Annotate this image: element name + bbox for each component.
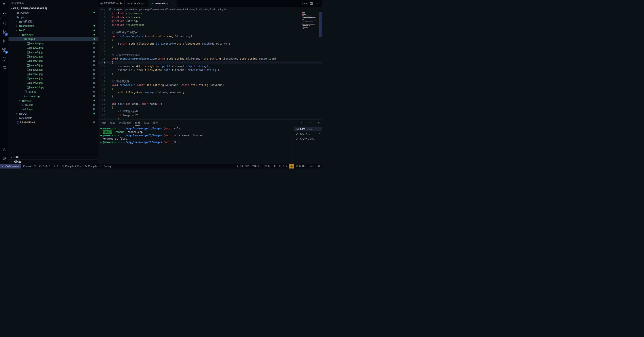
tree-item-io2.cpp[interactable]: C++io2.cppU xyxy=(8,107,98,112)
code-line-10[interactable]: 10} xyxy=(98,46,322,50)
tab-rename.cpp[interactable]: C++rename.cppU× xyxy=(149,0,177,7)
code-line-15[interactable]: 15 basename = std::filesystem::path(file… xyxy=(98,64,322,68)
terminal-tab-2[interactable]: C/C++ ...✓ xyxy=(294,131,322,136)
code-line-11[interactable]: 11 xyxy=(98,50,322,53)
notification-alert-button[interactable] xyxy=(289,164,294,169)
tree-item-IO[interactable]: ›IO xyxy=(8,28,98,33)
breadcrumb-item[interactable]: C++rename.cpp xyxy=(126,8,142,11)
editor-scrollbar-thumb[interactable] xyxy=(319,12,322,37)
compile-task-button[interactable]: Compile xyxy=(83,164,98,169)
code-line-29[interactable]: 29 { xyxy=(98,117,322,120)
split-editor-button[interactable] xyxy=(310,2,313,5)
comments-view-button[interactable] xyxy=(0,63,8,72)
breadcrumb-item[interactable]: cpp xyxy=(102,8,105,11)
encoding-button[interactable]: UTF-8 xyxy=(261,164,271,169)
code-line-5[interactable]: 5 xyxy=(98,27,322,31)
notifications-bell-button[interactable] xyxy=(316,164,322,169)
tree-item-meow7.jpg[interactable]: meow7.jpgU xyxy=(8,72,98,77)
tree-item-template[interactable]: ›template xyxy=(8,116,98,121)
tree-item-meow9.jpg[interactable]: meow9.jpgU xyxy=(8,81,98,85)
close-tab-icon[interactable]: × xyxy=(173,2,175,5)
terminal-tab-3[interactable]: C/C++ Com... xyxy=(294,136,322,141)
run-dropdown-chevron-icon[interactable]: › xyxy=(306,3,308,4)
tree-item-meow3.jpg[interactable]: meow3.jpgU xyxy=(8,55,98,59)
tree-item-io1.cpp[interactable]: C++io1.cppU xyxy=(8,103,98,107)
code-line-27[interactable]: 27 // 检查输入参数 xyxy=(98,110,322,113)
tree-item-.vscode[interactable]: ›.vscode xyxy=(8,11,98,15)
code-line-2[interactable]: 2#include <fstream> xyxy=(98,16,322,20)
code-line-4[interactable]: 4#include <filesystem> xyxy=(98,23,322,27)
terminal-profile-chevron-icon[interactable]: › xyxy=(304,122,307,123)
accounts-button[interactable] xyxy=(0,145,8,154)
code-line-23[interactable]: 23} xyxy=(98,95,322,98)
outline-section-header[interactable]: › 大纲 xyxy=(8,155,98,159)
code-line-26[interactable]: 26{ xyxy=(98,106,322,110)
debug-task-button[interactable]: Debug xyxy=(98,164,112,169)
tree-item-README.md[interactable]: ⓘREADME.mdM xyxy=(8,120,98,125)
tree-item-rename.cpp[interactable]: C++rename.cppU xyxy=(8,94,98,98)
settings-button[interactable] xyxy=(0,154,8,163)
code-line-6[interactable]: 6// 检查目录是否存在 xyxy=(98,31,322,35)
tree-item-meow5.jpg[interactable]: meow5.jpgU xyxy=(8,63,98,68)
source-control-view-button[interactable]: 31 xyxy=(0,28,8,37)
sidebar-more-actions-button[interactable]: ⋯ xyxy=(92,1,95,5)
code-line-21[interactable]: 21{ xyxy=(98,87,322,91)
workspace-root-row[interactable]: › CPP_LEARN [CODESPACES] xyxy=(8,6,98,11)
close-panel-button[interactable]: × xyxy=(318,121,320,124)
panel-tab-输出[interactable]: 输出 xyxy=(110,120,115,126)
menu-button[interactable]: ≡ xyxy=(0,0,8,7)
timeline-section-header[interactable]: › 时间线 xyxy=(8,159,98,164)
code-line-7[interactable]: 7bool isDirectoryExist(const std::string… xyxy=(98,35,322,38)
tree-item-cpp[interactable]: ›cpp xyxy=(8,15,98,20)
minimap[interactable] xyxy=(302,12,319,30)
code-line-20[interactable]: 20void renameFile(const std::string &old… xyxy=(98,83,322,87)
breadcrumb-item[interactable]: images xyxy=(114,8,122,11)
run-code-button[interactable] xyxy=(302,2,305,5)
tree-item-转换函数[interactable]: ›转换函数 xyxy=(8,19,98,24)
code-line-13[interactable]: 13void getBasenameAndExtension(const std… xyxy=(98,57,322,61)
code-editor[interactable]: 1#include <iostream>2#include <fstream>3… xyxy=(98,12,322,120)
code-line-17[interactable]: 17} xyxy=(98,72,322,76)
compile-run-task-button[interactable]: Compile & Run xyxy=(60,164,83,169)
tree-item-output[interactable]: ›output xyxy=(8,98,98,103)
panel-tab-注释[interactable]: 注释 xyxy=(153,120,158,126)
ports-button[interactable]: 0 xyxy=(52,164,60,169)
code-line-19[interactable]: 19// 重命名文件 xyxy=(98,80,322,84)
run-debug-view-button[interactable] xyxy=(0,37,8,45)
github-view-button[interactable] xyxy=(0,54,8,63)
code-line-9[interactable]: 9 return std::filesystem::is_directory(s… xyxy=(98,42,322,46)
code-line-25[interactable]: 25int main(int argc, char *argv[]) xyxy=(98,102,322,106)
problems-button[interactable]: 0 0 xyxy=(38,164,52,169)
terminal-tab-1[interactable]: bashimages xyxy=(294,127,322,131)
search-view-button[interactable] xyxy=(0,19,8,28)
code-line-22[interactable]: 22 std::filesystem::rename(oldname, newn… xyxy=(98,91,322,95)
language-mode-button[interactable]: {} C++ xyxy=(277,164,289,169)
terminal-output[interactable]: @meowrain → .../cpp_learn/cpp/IO/images … xyxy=(98,126,294,164)
indentation-button[interactable]: 空格: 4 xyxy=(250,164,261,169)
tree-item-rename[interactable]: renameU xyxy=(8,90,98,94)
code-line-14[interactable]: 14{ xyxy=(98,61,322,65)
keyboard-layout-button[interactable]: 布局: US xyxy=(294,164,307,169)
codespaces-remote-button[interactable]: Codespaces xyxy=(0,164,21,169)
tree-item-OOP[interactable]: ›OOP xyxy=(8,112,98,116)
panel-tab-终端[interactable]: 终端 xyxy=(136,120,140,126)
tree-item-meow0.png[interactable]: meow0.pngU xyxy=(8,41,98,46)
tree-item-meow2.jpg[interactable]: meow2.jpgU xyxy=(8,50,98,55)
panel-tab-端口[interactable]: 端口 xyxy=(144,120,149,126)
code-line-16[interactable]: 16 extension = std::filesystem::path(fil… xyxy=(98,68,322,72)
more-editor-actions-button[interactable]: ⋯ xyxy=(316,2,319,5)
breadcrumb-item[interactable]: IO xyxy=(108,8,111,11)
tree-item-meow10.jpg[interactable]: meow10.jpgU xyxy=(8,85,98,90)
code-line-18[interactable]: 18 xyxy=(98,76,322,80)
tree-item-meow1.png[interactable]: meow1.pngU xyxy=(8,46,98,50)
panel-more-actions-button[interactable]: ⋯ xyxy=(309,121,312,125)
extensions-view-button[interactable]: 1 xyxy=(0,45,8,54)
eol-button[interactable]: LF xyxy=(271,164,277,169)
tab-extend.cpp[interactable]: C++extend.cppU xyxy=(125,0,149,7)
tree-item-meow4.jpg[interactable]: meow4.jpgU xyxy=(8,59,98,63)
new-terminal-button[interactable]: ＋ xyxy=(300,121,302,125)
explorer-view-button[interactable] xyxy=(0,10,8,19)
code-line-28[interactable]: 28 if (argc < 2) xyxy=(98,113,322,117)
code-line-1[interactable]: 1#include <iostream> xyxy=(98,12,322,16)
maximize-panel-button[interactable]: › xyxy=(314,122,316,123)
